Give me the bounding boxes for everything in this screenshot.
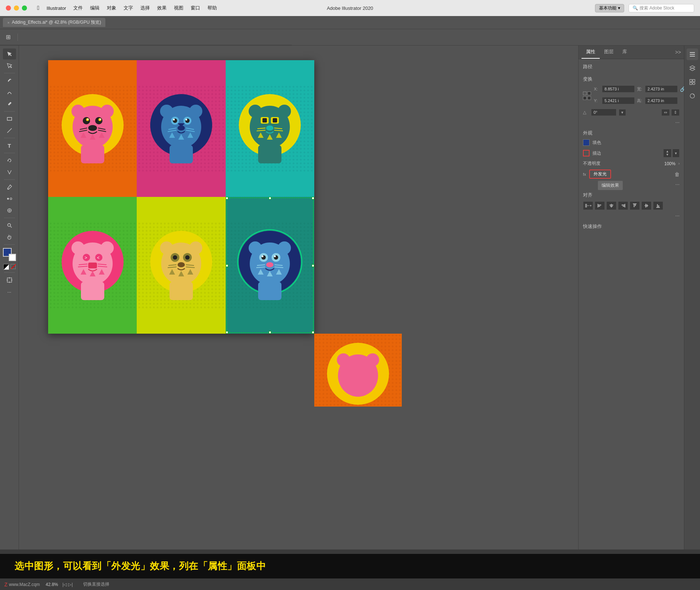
curvature-tool[interactable] bbox=[3, 87, 16, 98]
menu-help[interactable]: 帮助 bbox=[207, 5, 217, 11]
x-input[interactable] bbox=[602, 85, 635, 93]
layers-icon[interactable] bbox=[687, 62, 698, 74]
tab-close-icon[interactable]: × bbox=[7, 20, 9, 25]
close-button[interactable] bbox=[6, 5, 11, 11]
type-tool[interactable]: T bbox=[3, 140, 16, 151]
effect-tag[interactable]: 外发光 bbox=[589, 170, 611, 179]
stroke-label[interactable]: 描边 bbox=[592, 150, 660, 156]
rectangle-tool[interactable] bbox=[3, 113, 16, 124]
align-dropdown-btn[interactable]: ▾ bbox=[583, 201, 593, 210]
panel-expand-icon[interactable]: >> bbox=[675, 49, 681, 55]
svg-rect-90 bbox=[88, 263, 97, 268]
hand-tool[interactable] bbox=[3, 232, 16, 242]
transform-more-options[interactable]: ... bbox=[583, 118, 680, 124]
opacity-arrow-icon[interactable]: › bbox=[678, 162, 680, 166]
document-tab[interactable]: × Adding_Effects.ai* @ 42.8% (RGB/GPU 预览… bbox=[3, 18, 105, 27]
none-icon[interactable] bbox=[11, 264, 16, 269]
rotate-tool[interactable] bbox=[3, 155, 16, 166]
direct-select-tool[interactable] bbox=[3, 60, 16, 71]
stroke-options[interactable]: ▾ bbox=[672, 149, 680, 158]
align-more-options[interactable]: ... bbox=[583, 211, 680, 217]
pen-tool[interactable] bbox=[3, 75, 16, 86]
svg-point-110 bbox=[178, 262, 185, 267]
panel-content: 路径 变换 X: bbox=[579, 59, 684, 550]
zoom-level: 42.8% bbox=[46, 582, 58, 587]
edit-effect-tooltip[interactable]: 编辑效果 bbox=[598, 181, 623, 190]
menu-view[interactable]: 视图 bbox=[174, 5, 183, 11]
y-input[interactable] bbox=[602, 97, 635, 104]
fill-swatch[interactable] bbox=[583, 139, 590, 146]
libraries-icon[interactable] bbox=[687, 76, 698, 88]
menu-object[interactable]: 对象 bbox=[107, 5, 116, 11]
reflect-tool[interactable] bbox=[3, 167, 16, 178]
align-center-v-btn[interactable] bbox=[641, 201, 652, 210]
flip-horizontal-icon[interactable]: ⇔ bbox=[661, 109, 670, 116]
swatches-icon[interactable] bbox=[687, 90, 698, 102]
maximize-button[interactable] bbox=[22, 5, 27, 11]
align-bottom-btn[interactable] bbox=[653, 201, 663, 210]
properties-icon[interactable] bbox=[687, 48, 698, 60]
svg-point-50 bbox=[178, 125, 185, 131]
statusbar: Z www.MacZ.cqm 42.8% |◁ ▷| 切换直接选择 bbox=[0, 578, 700, 590]
pencil-tool[interactable] bbox=[3, 98, 16, 109]
link-wh-icon[interactable]: 🔗 bbox=[680, 86, 684, 92]
quick-actions-section: 快速操作 bbox=[583, 223, 680, 230]
toolbar-separator bbox=[18, 34, 18, 41]
align-center-h-btn[interactable] bbox=[606, 201, 617, 210]
next-frame-icon[interactable]: ▷| bbox=[68, 582, 73, 587]
zoom-tool[interactable] bbox=[3, 220, 16, 231]
transform-reference-icon[interactable] bbox=[583, 92, 591, 100]
angle-dropdown[interactable]: ▾ bbox=[619, 109, 626, 116]
canvas-area[interactable]: > < bbox=[19, 46, 578, 550]
select-tool[interactable] bbox=[3, 48, 16, 59]
fill-label[interactable]: 填色 bbox=[592, 140, 680, 146]
flip-vertical-icon[interactable]: ⇕ bbox=[671, 109, 680, 116]
eyedropper-tool[interactable] bbox=[3, 182, 16, 193]
view-toggle-icon[interactable]: ⊞ bbox=[3, 32, 13, 42]
tab-library[interactable]: 库 bbox=[618, 46, 631, 59]
angle-input[interactable] bbox=[591, 109, 617, 116]
svg-point-85 bbox=[101, 241, 114, 255]
svg-rect-69 bbox=[273, 118, 277, 123]
svg-point-25 bbox=[87, 119, 89, 120]
panel-tabs: 属性 图层 库 >> bbox=[579, 46, 684, 59]
svg-point-19 bbox=[71, 105, 85, 118]
menu-window[interactable]: 窗口 bbox=[191, 5, 200, 11]
align-left-btn[interactable] bbox=[595, 201, 605, 210]
color-boxes[interactable] bbox=[3, 248, 16, 261]
menu-edit[interactable]: 编辑 bbox=[90, 5, 100, 11]
handle-br bbox=[312, 331, 314, 334]
line-tool[interactable] bbox=[3, 125, 16, 136]
svg-rect-68 bbox=[262, 118, 267, 123]
properties-panel: 属性 图层 库 >> 路径 变换 bbox=[578, 46, 684, 550]
stroke-swatch-container[interactable] bbox=[583, 150, 590, 156]
w-input[interactable] bbox=[645, 85, 678, 93]
align-top-btn[interactable] bbox=[630, 201, 640, 210]
stroke-color[interactable] bbox=[9, 254, 16, 261]
menu-effect[interactable]: 效果 bbox=[157, 5, 167, 11]
stock-search[interactable]: 🔍 搜索 Adobe Stock bbox=[629, 4, 694, 12]
svg-rect-152 bbox=[598, 205, 601, 206]
minimize-button[interactable] bbox=[14, 5, 19, 11]
more-tools[interactable]: ··· bbox=[3, 286, 16, 297]
swap-colors-icon[interactable] bbox=[3, 264, 9, 270]
align-right-btn[interactable] bbox=[618, 201, 628, 210]
tab-layers[interactable]: 图层 bbox=[600, 46, 618, 59]
blend-tool[interactable] bbox=[3, 193, 16, 204]
menu-text[interactable]: 文字 bbox=[124, 5, 133, 11]
svg-rect-55 bbox=[170, 145, 193, 163]
workspace-button[interactable]: 基本功能 ▾ bbox=[595, 4, 624, 12]
svg-point-133 bbox=[266, 262, 273, 267]
menu-illustrator[interactable]: Illustrator bbox=[47, 5, 66, 11]
opacity-value[interactable]: 100% bbox=[664, 161, 676, 166]
tab-properties[interactable]: 属性 bbox=[582, 46, 600, 59]
prev-frame-icon[interactable]: |◁ bbox=[62, 582, 67, 587]
stroke-up-arrow[interactable]: ▲ ▼ bbox=[663, 149, 672, 158]
symbol-tool[interactable] bbox=[3, 205, 16, 216]
svg-rect-175 bbox=[693, 79, 695, 82]
menu-select[interactable]: 选择 bbox=[140, 5, 150, 11]
menu-file[interactable]: 文件 bbox=[73, 5, 83, 11]
h-input[interactable] bbox=[645, 97, 678, 104]
artboard-tool[interactable] bbox=[3, 275, 16, 286]
delete-effect-icon[interactable]: 🗑 bbox=[674, 171, 680, 177]
